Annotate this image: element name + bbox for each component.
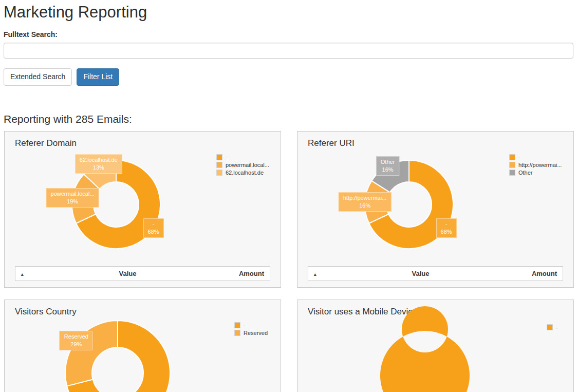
legend-label: -: [244, 322, 246, 328]
donut-chart: [297, 300, 573, 392]
legend-label: powermail.local...: [226, 162, 269, 168]
fulltext-search-label: Fulltext Search:: [4, 30, 58, 39]
legend-label: -: [556, 324, 558, 330]
legend-label: Other: [518, 170, 533, 176]
chart-legend: -powermail.local...62.localhost.de: [216, 154, 269, 177]
legend-marker: [234, 322, 240, 328]
sort-column-header[interactable]: ▴: [308, 270, 326, 277]
legend-label: Reserved: [244, 330, 268, 336]
panel-visitors-country: Visitors Country -71%Reserved29% -Reserv…: [4, 300, 281, 392]
chart-legend: -Reserved: [234, 322, 268, 338]
legend-item[interactable]: -: [234, 322, 268, 328]
pie-slice-label: Other16%: [376, 156, 400, 176]
legend-item[interactable]: Other: [509, 170, 562, 176]
legend-item[interactable]: powermail.local...: [216, 162, 269, 168]
sort-column-header[interactable]: ▴: [15, 270, 33, 277]
pie-slice[interactable]: [65, 321, 118, 386]
pie-slice-label: Reserved29%: [60, 331, 93, 350]
legend-item[interactable]: 62.localhost.de: [216, 170, 269, 176]
pie-slice-label: http://powermai...16%: [339, 192, 391, 212]
legend-marker: [509, 162, 515, 168]
legend-label: http://powermai...: [518, 162, 562, 168]
legend-label: 62.localhost.de: [226, 170, 264, 176]
panel-referer-uri: Referer URI -68%http://powermai...16%Oth…: [297, 131, 574, 288]
results-table-header: ▴ Value Amount: [15, 266, 270, 281]
sort-asc-icon: ▴: [314, 272, 317, 277]
panel-referer-domain: Referer Domain -68%powermail.local...19%…: [4, 131, 281, 288]
legend-item[interactable]: -: [216, 154, 269, 160]
legend-label: -: [226, 154, 228, 160]
legend-marker: [216, 170, 222, 176]
pie-slice-label: -68%: [436, 218, 457, 238]
legend-label: -: [518, 154, 520, 160]
legend-item[interactable]: http://powermai...: [509, 162, 562, 168]
button-row: Extended Search Filter List: [4, 68, 119, 86]
chart-legend: -http://powermai...Other: [509, 154, 562, 177]
legend-marker: [234, 330, 240, 336]
legend-item[interactable]: -: [547, 324, 558, 330]
legend-marker: [509, 154, 515, 160]
amount-column-header[interactable]: Amount: [222, 270, 270, 277]
donut-chart: -71%Reserved29%: [5, 300, 281, 392]
panel-visitor-mobile-device: Visitor uses a Mobile Device -: [297, 300, 574, 392]
extended-search-button[interactable]: Extended Search: [4, 68, 72, 86]
legend-marker: [216, 154, 222, 160]
fulltext-search-input[interactable]: [4, 43, 573, 59]
value-column-header[interactable]: Value: [326, 270, 515, 277]
legend-marker: [509, 170, 515, 176]
pie-slice-label: 62.localhost.de13%: [75, 154, 122, 174]
chart-legend: -: [547, 324, 558, 332]
legend-marker: [216, 162, 222, 168]
legend-item[interactable]: -: [509, 154, 562, 160]
page-title: Marketing Reporting: [4, 3, 147, 22]
value-column-header[interactable]: Value: [33, 270, 222, 277]
results-table-header: ▴ Value Amount: [308, 266, 563, 281]
reporting-heading: Reporting with 285 Emails:: [4, 113, 132, 125]
filter-list-button[interactable]: Filter List: [77, 68, 119, 86]
pie-slice-label: -68%: [143, 218, 164, 238]
pie-slice-label: powermail.local...19%: [46, 188, 99, 208]
legend-marker: [547, 324, 553, 330]
sort-asc-icon: ▴: [21, 272, 24, 277]
amount-column-header[interactable]: Amount: [515, 270, 563, 277]
pie-slice[interactable]: [380, 306, 470, 392]
legend-item[interactable]: Reserved: [234, 330, 268, 336]
